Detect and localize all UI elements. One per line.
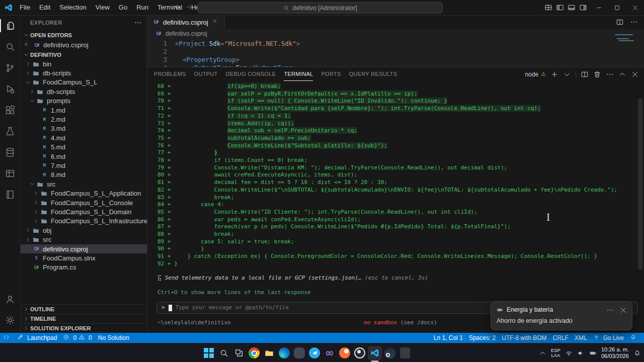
workspace-root-header[interactable]: DEFINITIVO [20,50,147,59]
taskbar-postman[interactable] [338,346,352,360]
clock[interactable]: 10:26 a. m. 06/03/2026 [601,346,629,359]
taskbar-telegram[interactable] [307,346,321,360]
file-2.md[interactable]: M2.md [20,115,147,124]
panel-tab-debug-console[interactable]: DEBUG CONSOLE [226,67,276,81]
menu-go[interactable]: Go [114,0,132,15]
taskbar-file-explorer[interactable] [262,346,276,360]
minimize-button[interactable] [590,0,608,15]
terminal[interactable]: 68 + if(ip==0) break;69 + var selP = psB… [147,81,644,333]
activity-item-settings[interactable] [0,310,20,331]
panel-tab-ports[interactable]: PORTS [321,67,341,81]
file-8.md[interactable]: M8.md [20,170,147,179]
split-editor-icon[interactable] [616,18,624,26]
minimap[interactable] [615,33,638,42]
kill-terminal-icon[interactable] [593,70,601,78]
menu-view[interactable]: View [91,0,114,15]
new-terminal-icon[interactable] [550,70,558,78]
wifi-icon[interactable] [565,349,573,357]
taskbar-edge[interactable] [277,346,291,360]
open-editor-item[interactable]: C# definitivo.csproj [20,40,147,50]
activity-item-source-control[interactable] [0,57,20,78]
activity-item-run-and-debug[interactable] [0,78,20,100]
activity-item-testing[interactable] [0,121,20,142]
taskbar-epic[interactable] [398,346,412,360]
folder-db-scripts[interactable]: db-scripts [20,68,147,77]
menu-run[interactable]: Run [132,0,153,15]
notifications-button[interactable] [627,333,641,343]
folder-bin[interactable]: bin [20,59,147,68]
editor-more-actions-icon[interactable] [630,18,638,26]
file-1.md[interactable]: M1.md [20,106,147,115]
toggle-panel-icon[interactable] [566,0,577,15]
activity-item-explorer[interactable] [0,15,20,36]
activity-item-account[interactable] [0,289,20,310]
menu-selection[interactable]: Selection [55,0,91,15]
folder-src[interactable]: src [20,179,147,189]
activity-item-database[interactable] [0,142,20,163]
file-Program.cs[interactable]: C#Program.cs [20,263,147,272]
file-6.md[interactable]: M6.md [20,152,147,161]
launchpad-button[interactable]: Launchpad [14,333,60,343]
battery-icon[interactable] [589,349,597,357]
panel-tab-output[interactable]: OUTPUT [194,67,218,81]
taskbar-visual-studio[interactable]: ∞ [323,346,337,360]
folder-obj[interactable]: obj [20,226,147,235]
open-editors-header[interactable]: OPEN EDITORS [20,30,147,40]
taskbar-steam[interactable] [383,346,397,360]
folder-FoodCampus_S_L_Console[interactable]: FoodCampus_S_L_Console [20,198,147,207]
panel-more-actions-icon[interactable] [606,70,614,78]
file-3.md[interactable]: M3.md [20,124,147,133]
remote-indicator[interactable] [0,333,14,343]
tray-expand-icon[interactable] [539,349,546,357]
taskbar-search[interactable] [217,346,231,360]
folder-prompts[interactable]: prompts [20,97,147,106]
notification-center-icon[interactable] [633,349,641,357]
tab-close-icon[interactable] [212,19,219,26]
toggle-sidebar-icon[interactable] [554,0,566,15]
go-live-button[interactable]: Go Live [590,333,627,343]
eol-button[interactable]: CRLF [550,333,572,343]
taskbar-start[interactable] [202,346,216,360]
no-solution-button[interactable]: No Solution [95,333,132,343]
customize-layout-icon[interactable] [542,0,554,15]
menu-edit[interactable]: Edit [35,0,55,15]
folder-FoodCampus_S_L_Application[interactable]: FoodCampus_S_L_Application [20,189,147,198]
taskbar-obs[interactable] [353,346,367,360]
tab-definitivo-csproj[interactable]: C# definitivo.csproj [147,15,225,29]
file-FoodCampus.slnx[interactable]: SFoodCampus.slnx [20,253,147,262]
close-window-button[interactable] [626,0,644,15]
activity-item-extensions[interactable] [0,100,20,121]
panel-tab-query-results[interactable]: QUERY RESULTS [349,67,397,81]
file-definitivo.csproj[interactable]: C#definitivo.csproj [20,244,147,253]
cursor-position-button[interactable]: Ln 1, Col 1 [431,333,466,343]
file-5.md[interactable]: M5.md [20,143,147,152]
terminal-shell-node[interactable]: node ⚠ [525,71,546,78]
toggle-secondary-sidebar-icon[interactable] [577,0,589,15]
maximize-button[interactable] [608,0,626,15]
section-solution-explorer[interactable]: SOLUTION EXPLORER [20,323,147,333]
editor-code[interactable]: 1<Project Sdk="Microsoft.NET.Sdk">23 <Pr… [147,38,644,67]
file-7.md[interactable]: M7.md [20,161,147,170]
activity-item-search[interactable] [0,36,20,57]
notification-more-icon[interactable] [606,306,613,313]
folder-FoodCampus_S_L_Infrastructure[interactable]: FoodCampus_S_L_Infrastructure [20,217,147,226]
sidebar-more-actions-icon[interactable] [134,19,142,27]
file-4.md[interactable]: M4.md [20,133,147,142]
language-indicator[interactable]: ESP LAA [551,348,560,358]
taskbar-task-view[interactable] [232,346,246,360]
folder-src[interactable]: src [20,235,147,244]
notification-close-icon[interactable] [619,306,626,313]
volume-icon[interactable] [577,349,585,357]
indentation-button[interactable]: Spaces: 2 [466,333,499,343]
panel-tab-problems[interactable]: PROBLEMS [154,67,186,81]
section-outline[interactable]: OUTLINE [20,304,147,314]
terminal-scrollbar[interactable] [638,99,642,269]
maximize-panel-icon[interactable] [618,70,626,78]
folder-db-scripts[interactable]: db-scripts [20,87,147,96]
section-timeline[interactable]: TIMELINE [20,314,147,323]
activity-item-notebook[interactable] [0,184,20,205]
menu-file[interactable]: File [15,0,35,15]
folder-FoodCampus_S_L_Domain[interactable]: FoodCampus_S_L_Domain [20,207,147,216]
back-button[interactable] [174,3,183,12]
terminal-dropdown-icon[interactable] [563,70,571,78]
